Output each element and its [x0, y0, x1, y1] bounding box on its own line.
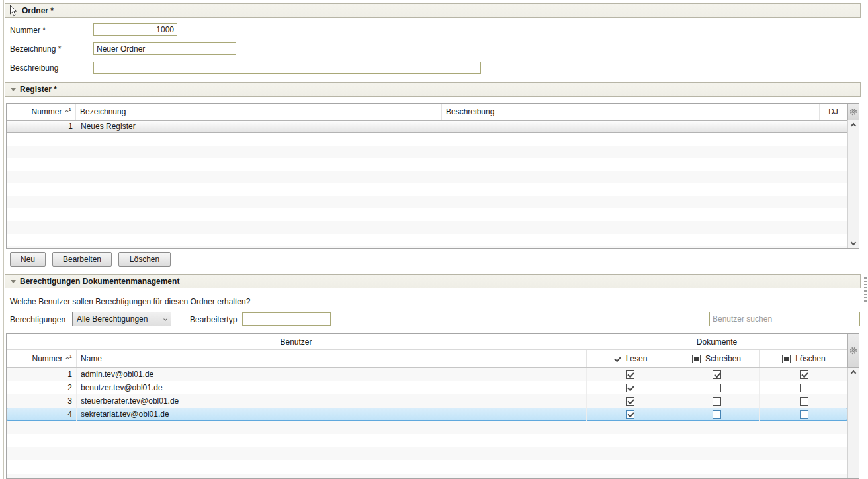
column-settings-button[interactable]: [847, 334, 859, 368]
panel-splitter-handle[interactable]: [864, 277, 867, 302]
berechtigungen-filter-select[interactable]: Alle Berechtigungen: [72, 312, 171, 326]
user-row[interactable]: 3 steuerberater.tev@obl01.de: [7, 394, 847, 408]
gear-icon: [849, 347, 857, 355]
chevron-down-icon: [163, 317, 167, 321]
register-row-bezeichnung: Neues Register: [77, 121, 443, 132]
column-header-nummer[interactable]: Nummer 1: [7, 104, 76, 120]
lesen-checkbox[interactable]: [626, 370, 634, 379]
loeschen-checkbox[interactable]: [800, 384, 808, 392]
nummer-input[interactable]: [93, 23, 177, 36]
permissions-question-text: Welche Benutzer sollen Berechtigungen fü…: [10, 297, 250, 306]
register-row-dj: [819, 121, 847, 132]
scroll-up-icon[interactable]: [851, 370, 856, 376]
register-row-nummer: 1: [7, 121, 77, 132]
benutzer-search-input[interactable]: [709, 312, 860, 326]
column-header-loeschen[interactable]: Löschen: [760, 350, 847, 367]
mouse-cursor-icon: [9, 5, 18, 17]
berechtigungen-filter-value: Alle Berechtigungen: [77, 314, 164, 324]
section-header-register[interactable]: Register *: [5, 82, 861, 97]
section-title-ordner: Ordner *: [22, 6, 54, 15]
user-nummer: 1: [7, 368, 76, 381]
users-table-subheader: Nummer 1 Name Lesen Schreiben: [7, 350, 859, 367]
section-title-berechtigungen: Berechtigungen Dokumentenmanagement: [20, 277, 179, 286]
column-header-nummer[interactable]: Nummer 1: [7, 350, 76, 367]
nummer-label: Nummer *: [10, 26, 46, 35]
lesen-checkbox[interactable]: [626, 397, 634, 406]
user-nummer: 2: [7, 381, 76, 394]
berechtigungen-filter-label: Berechtigungen: [10, 315, 65, 324]
loeschen-checkbox[interactable]: [800, 410, 808, 419]
gear-icon: [849, 108, 857, 116]
register-table-scrollbar[interactable]: [847, 120, 859, 248]
beschreibung-label: Beschreibung: [10, 64, 58, 73]
section-header-berechtigungen[interactable]: Berechtigungen Dokumentenmanagement: [5, 274, 861, 288]
column-header-lesen[interactable]: Lesen: [586, 350, 673, 367]
scroll-down-icon[interactable]: [851, 240, 856, 245]
register-row-beschreibung: [443, 121, 819, 132]
column-header-dj[interactable]: DJ: [820, 104, 847, 120]
register-row[interactable]: 1 Neues Register: [7, 120, 847, 133]
schreiben-checkbox[interactable]: [713, 370, 721, 379]
schreiben-checkbox[interactable]: [713, 410, 721, 419]
users-table-group-header: Benutzer Dokumente: [7, 334, 859, 350]
collapse-triangle-icon: [11, 88, 16, 91]
column-header-name[interactable]: Name: [76, 350, 586, 367]
lesen-select-all-checkbox[interactable]: [613, 355, 621, 363]
column-header-nummer-label: Nummer: [32, 107, 62, 116]
user-nummer: 4: [7, 408, 76, 421]
loeschen-select-all-checkbox[interactable]: [782, 355, 791, 363]
users-table-body: 1 admin.tev@obl01.de 2 benutzer.tev@obl0…: [7, 368, 847, 479]
bezeichnung-label: Bezeichnung *: [10, 44, 61, 54]
register-table-body: 1 Neues Register: [7, 120, 847, 248]
register-table: Nummer 1 Bezeichnung Beschreibung DJ: [6, 103, 859, 249]
scroll-up-icon[interactable]: [851, 123, 856, 128]
main-panel: Ordner * Nummer * Bezeichnung * Beschrei…: [3, 0, 861, 479]
users-table-scrollbar[interactable]: [847, 368, 859, 478]
sort-order-number: 1: [69, 107, 71, 112]
users-table-header: Benutzer Dokumente Nummer 1 Name: [7, 334, 859, 368]
sort-order-number: 1: [69, 353, 72, 359]
column-header-beschreibung[interactable]: Beschreibung: [442, 104, 820, 120]
user-name: sekretariat.tev@obl01.de: [76, 408, 586, 421]
bearbeitertyp-label: Bearbeitertyp: [190, 315, 237, 324]
group-header-dokumente[interactable]: Dokumente: [586, 334, 847, 349]
user-nummer: 3: [7, 394, 76, 408]
schreiben-select-all-checkbox[interactable]: [692, 355, 701, 363]
schreiben-checkbox[interactable]: [713, 384, 721, 392]
bearbeiten-button[interactable]: Bearbeiten: [52, 252, 112, 267]
column-header-schreiben[interactable]: Schreiben: [673, 350, 760, 367]
users-permissions-table: Benutzer Dokumente Nummer 1 Name: [6, 333, 859, 479]
bearbeitertyp-input[interactable]: [242, 312, 331, 326]
loeschen-checkbox[interactable]: [800, 370, 808, 379]
sort-ascending-icon: 1: [66, 356, 72, 362]
lesen-checkbox[interactable]: [626, 410, 634, 419]
collapse-triangle-icon: [11, 280, 16, 283]
section-header-ordner[interactable]: Ordner *: [5, 3, 861, 18]
lesen-checkbox[interactable]: [626, 384, 634, 392]
bezeichnung-input[interactable]: [93, 42, 236, 55]
column-settings-button[interactable]: [847, 104, 859, 120]
schreiben-checkbox[interactable]: [713, 397, 721, 406]
user-name: steuerberater.tev@obl01.de: [76, 394, 586, 408]
empty-rows-area: [7, 421, 847, 479]
user-name: benutzer.tev@obl01.de: [76, 381, 586, 394]
beschreibung-input[interactable]: [93, 62, 481, 74]
loeschen-checkbox[interactable]: [800, 397, 808, 406]
sort-ascending-icon: 1: [65, 109, 71, 115]
register-table-header: Nummer 1 Bezeichnung Beschreibung DJ: [7, 104, 859, 120]
group-header-benutzer[interactable]: Benutzer: [7, 334, 586, 349]
section-title-register: Register *: [20, 85, 57, 94]
user-row[interactable]: 1 admin.tev@obl01.de: [7, 368, 847, 381]
user-row[interactable]: 2 benutzer.tev@obl01.de: [7, 381, 847, 394]
user-name: admin.tev@obl01.de: [76, 368, 586, 381]
column-header-bezeichnung[interactable]: Bezeichnung: [76, 104, 442, 120]
folder-properties-page: Ordner * Nummer * Bezeichnung * Beschrei…: [0, 0, 868, 479]
user-row-selected[interactable]: 4 sekretariat.tev@obl01.de: [7, 408, 847, 421]
neu-button[interactable]: Neu: [10, 252, 46, 267]
loeschen-button[interactable]: Löschen: [118, 252, 171, 267]
